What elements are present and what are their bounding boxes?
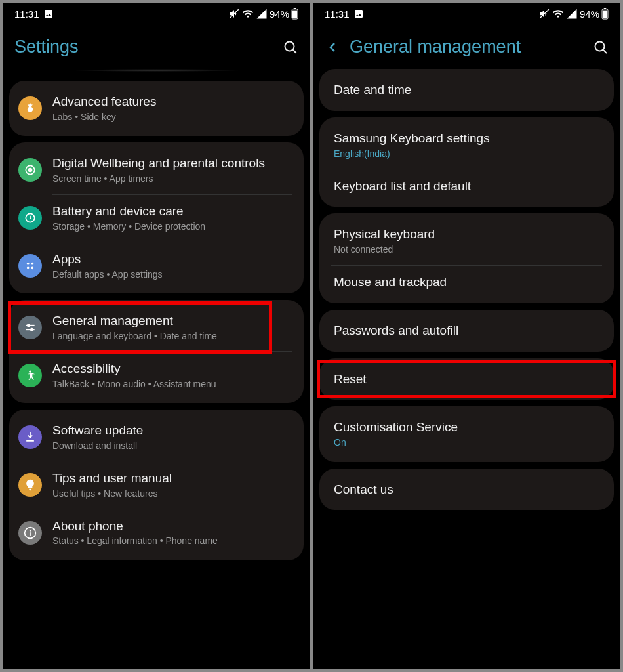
- row-subtitle: English(India): [334, 148, 602, 160]
- gm-group: Physical keyboardNot connectedMouse and …: [319, 213, 614, 303]
- row-text: General managementLanguage and keyboard …: [52, 313, 292, 342]
- row-title: Advanced features: [52, 94, 292, 110]
- svg-line-5: [293, 49, 296, 52]
- row-title: Date and time: [334, 82, 602, 98]
- row-subtitle: Status • Legal information • Phone name: [52, 536, 292, 547]
- row-title: Customisation Service: [334, 419, 602, 435]
- settings-group: Software updateDownload and installTips …: [9, 410, 304, 560]
- settings-group: General managementLanguage and keyboard …: [9, 300, 304, 403]
- gm-group: Customisation ServiceOn: [319, 406, 614, 461]
- row-text: Digital Wellbeing and parental controlsS…: [52, 156, 292, 184]
- gm-row-date-and-time[interactable]: Date and time: [319, 73, 614, 107]
- row-text: About phoneStatus • Legal information • …: [52, 518, 292, 547]
- row-title: Digital Wellbeing and parental controls: [52, 156, 292, 171]
- battery-percent: 94%: [270, 9, 289, 20]
- wifi-icon: [242, 8, 254, 20]
- battery-icon: [601, 8, 609, 20]
- vibrate-icon: [538, 8, 550, 20]
- settings-row-software-update[interactable]: Software updateDownload and install: [9, 413, 304, 461]
- search-button[interactable]: [283, 39, 298, 55]
- vibrate-icon: [228, 8, 240, 20]
- settings-list: Advanced featuresLabs • Side keyDigital …: [3, 81, 310, 560]
- row-title: Physical keyboard: [334, 226, 602, 242]
- row-subtitle: Language and keyboard • Date and time: [52, 331, 292, 343]
- battery-icon: [291, 8, 298, 20]
- gm-row-physical-keyboard[interactable]: Physical keyboardNot connected: [319, 217, 614, 264]
- svg-point-15: [28, 324, 30, 326]
- update-icon: [18, 425, 42, 449]
- svg-point-9: [27, 262, 30, 265]
- svg-rect-3: [292, 10, 297, 19]
- row-text: Passwords and autofill: [334, 323, 602, 339]
- gm-row-mouse-and-trackpad[interactable]: Mouse and trackpad: [319, 265, 614, 299]
- status-bar: 11:31 94%: [3, 3, 310, 24]
- row-text: Keyboard list and default: [334, 178, 602, 194]
- svg-rect-2: [294, 8, 296, 9]
- row-subtitle: Useful tips • New features: [52, 488, 292, 500]
- settings-row-general-management[interactable]: General managementLanguage and keyboard …: [9, 304, 304, 351]
- wellbeing-icon: [18, 158, 42, 182]
- general-icon: [18, 316, 42, 339]
- gm-row-reset[interactable]: Reset: [319, 362, 614, 396]
- wifi-icon: [552, 8, 564, 20]
- apps-icon: [18, 254, 42, 278]
- accessibility-icon: [18, 364, 42, 387]
- svg-point-4: [285, 41, 294, 51]
- row-title: Keyboard list and default: [334, 178, 602, 194]
- svg-point-12: [31, 266, 33, 269]
- row-text: Software updateDownload and install: [52, 423, 292, 452]
- gm-group: Reset: [319, 358, 614, 400]
- svg-point-25: [595, 41, 605, 51]
- signal-icon: [566, 8, 578, 20]
- status-time: 11:31: [325, 9, 350, 20]
- row-subtitle: Labs • Side key: [52, 112, 292, 123]
- row-text: Tips and user manualUseful tips • New fe…: [52, 471, 292, 499]
- general-management-screen: 11:31 94% General management Date and ti…: [313, 3, 620, 669]
- svg-point-10: [31, 262, 33, 265]
- svg-rect-23: [604, 8, 607, 9]
- row-title: Battery and device care: [52, 203, 292, 219]
- row-text: Date and time: [334, 82, 602, 98]
- row-text: AppsDefault apps • App settings: [52, 251, 292, 280]
- gm-row-customisation-service[interactable]: Customisation ServiceOn: [319, 410, 614, 457]
- row-text: Advanced featuresLabs • Side key: [52, 94, 292, 123]
- gm-row-contact-us[interactable]: Contact us: [319, 472, 614, 507]
- settings-row-apps[interactable]: AppsDefault apps • App settings: [9, 242, 304, 289]
- settings-row-tips-and-user-manual[interactable]: Tips and user manualUseful tips • New fe…: [9, 461, 304, 509]
- row-text: Samsung Keyboard settingsEnglish(India): [334, 131, 602, 159]
- gm-row-passwords-and-autofill[interactable]: Passwords and autofill: [319, 314, 614, 348]
- general-management-list: Date and timeSamsung Keyboard settingsEn…: [313, 69, 620, 510]
- gm-group: Contact us: [319, 469, 614, 511]
- row-subtitle: Not connected: [334, 244, 602, 256]
- settings-row-advanced-features[interactable]: Advanced featuresLabs • Side key: [9, 85, 304, 132]
- screenshot-icon: [353, 9, 364, 19]
- gm-row-samsung-keyboard-settings[interactable]: Samsung Keyboard settingsEnglish(India): [319, 121, 614, 169]
- status-bar: 11:31 94%: [313, 3, 620, 24]
- settings-row-about-phone[interactable]: About phoneStatus • Legal information • …: [9, 509, 304, 556]
- advanced-icon: [18, 96, 42, 120]
- search-button[interactable]: [593, 39, 609, 55]
- row-text: Reset: [334, 371, 602, 387]
- settings-row-digital-wellbeing-and-parental-controls[interactable]: Digital Wellbeing and parental controlsS…: [9, 146, 304, 194]
- settings-row-accessibility[interactable]: AccessibilityTalkBack • Mono audio • Ass…: [9, 352, 304, 399]
- settings-header: Settings: [3, 24, 310, 69]
- row-text: Mouse and trackpad: [334, 274, 602, 290]
- row-subtitle: Storage • Memory • Device protection: [52, 221, 292, 233]
- settings-group: Advanced featuresLabs • Side key: [9, 81, 304, 136]
- back-button[interactable]: [325, 39, 340, 55]
- tips-icon: [18, 473, 42, 497]
- settings-screen: 11:31 94% Settings Advanced featuresLabs…: [3, 3, 310, 669]
- row-text: AccessibilityTalkBack • Mono audio • Ass…: [52, 361, 292, 390]
- settings-group: Digital Wellbeing and parental controlsS…: [9, 142, 304, 293]
- row-title: Mouse and trackpad: [334, 274, 602, 290]
- gm-row-keyboard-list-and-default[interactable]: Keyboard list and default: [319, 169, 614, 203]
- battery-icon: [18, 206, 42, 230]
- page-title: Settings: [14, 37, 273, 57]
- row-text: Battery and device careStorage • Memory …: [52, 203, 292, 232]
- row-title: Apps: [52, 251, 292, 267]
- row-title: Tips and user manual: [52, 471, 292, 486]
- settings-row-battery-and-device-care[interactable]: Battery and device careStorage • Memory …: [9, 194, 304, 242]
- row-subtitle: On: [334, 437, 602, 449]
- row-title: General management: [52, 313, 292, 329]
- gm-group: Date and time: [319, 69, 614, 111]
